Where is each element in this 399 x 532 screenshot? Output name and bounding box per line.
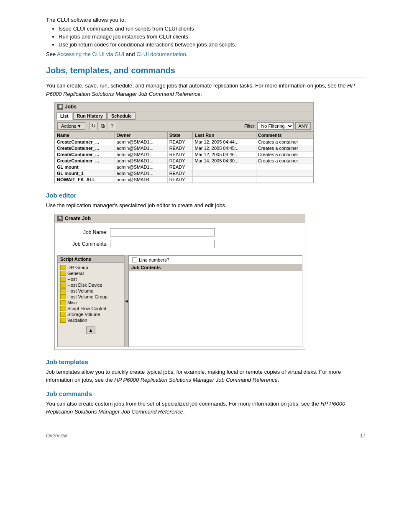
job-name-row: Job Name:	[61, 228, 298, 236]
folder-icon	[60, 271, 66, 276]
create-job-form: Job Name: Job Comments:	[55, 223, 305, 255]
tree-item-label: Storage Volume	[67, 312, 100, 317]
page-footer: Overview 17	[46, 433, 366, 439]
table-cell: Mar 12, 2005 04:46:...	[193, 152, 256, 158]
job-contents-header: Job Contents	[129, 264, 302, 271]
tree-item-label: Host Volume	[67, 288, 93, 293]
table-cell: READY	[167, 152, 193, 158]
table-row[interactable]: GL mount_1admin@SMAD1...READY	[55, 170, 313, 177]
tree-item[interactable]: Host Volume Group	[59, 294, 122, 300]
tree-item[interactable]: Misc	[59, 300, 122, 306]
job-contents-area[interactable]	[129, 271, 302, 347]
tree-item-label: DR Group	[67, 265, 88, 270]
table-cell: READY	[167, 158, 193, 164]
actions-button[interactable]: Actions ▼	[57, 122, 85, 130]
col-name: Name	[55, 132, 115, 139]
create-job-titlebar: ✎ Create Job	[55, 214, 305, 223]
create-job-icon: ✎	[57, 216, 63, 221]
table-row[interactable]: NOWAIT_FA_ALLadmin@SMAD4READY	[55, 177, 313, 183]
toolbar-icons: ↻ ⧉ ?	[90, 122, 116, 130]
job-commands-heading: Job commands	[46, 390, 366, 397]
tree-item[interactable]: Script Flow Control	[59, 306, 122, 311]
table-cell: GL mount_1	[55, 170, 115, 177]
bullet-item-1: Issue CLUI commands and run scripts from…	[59, 26, 366, 32]
clui-documentation-link[interactable]: CLUI documentation	[136, 51, 186, 57]
see-also: See Accessing the CLUI via GUI and CLUI …	[46, 51, 366, 57]
jobs-toolbar: List Run History Schedule	[55, 111, 313, 121]
filter-select[interactable]: No Filtering	[257, 122, 294, 130]
job-comments-row: Job Comments:	[61, 240, 298, 248]
table-cell: READY	[167, 145, 193, 152]
footer-left: Overview	[46, 433, 67, 439]
tree-item-label: Validation	[67, 318, 87, 323]
job-name-input[interactable]	[110, 228, 215, 236]
accessing-clui-link[interactable]: Accessing the CLUI via GUI	[57, 51, 124, 57]
copy-icon[interactable]: ⧉	[99, 122, 107, 130]
create-job-title: Create Job	[65, 216, 91, 221]
job-comments-label: Job Comments:	[61, 241, 107, 247]
tree-item[interactable]: General	[59, 270, 122, 276]
tree-item[interactable]: Storage Volume	[59, 311, 122, 317]
tree-item[interactable]: Validation	[59, 317, 122, 323]
job-name-label: Job Name:	[61, 229, 107, 235]
tree-item-label: Script Flow Control	[67, 306, 106, 311]
tree-item[interactable]: DR Group	[59, 265, 122, 270]
bullet-list: Issue CLUI commands and run scripts from…	[59, 26, 366, 48]
section-heading: Jobs, templates, and commands	[46, 66, 366, 77]
col-lastrun: Last Run	[193, 132, 256, 139]
table-cell: CreateContainer_...	[55, 158, 115, 164]
tree-item[interactable]: Host Volume	[59, 288, 122, 294]
jobs-table: Name Owner State Last Run Comments Creat…	[55, 131, 313, 183]
table-cell: READY	[167, 177, 193, 183]
jobs-panel-title: Jobs	[65, 104, 77, 110]
table-row[interactable]: CreateContainer_...admin@SMAD1...READYMa…	[55, 145, 313, 152]
table-cell	[193, 177, 256, 183]
refresh-icon[interactable]: ↻	[90, 122, 98, 130]
col-owner: Owner	[115, 132, 167, 139]
job-editor-heading: Job editor	[46, 192, 366, 199]
tab-list[interactable]: List	[56, 112, 72, 120]
table-cell	[193, 164, 256, 170]
bullet-item-3: Use job return codes for conditional int…	[59, 41, 366, 48]
table-cell: Mar 12, 2005 04:44:...	[193, 139, 256, 145]
actions-dropdown-icon: ▼	[77, 123, 82, 129]
folder-icon	[60, 277, 66, 282]
folder-icon	[60, 265, 66, 270]
table-cell: admin@SMAD1...	[115, 158, 167, 164]
up-arrow-button[interactable]: ▲	[86, 326, 95, 334]
table-cell: Mar 14, 2005 04:30:...	[193, 158, 256, 164]
jobs-panel-titlebar: ⚙ Jobs	[55, 103, 313, 111]
table-row[interactable]: CreateContainer_...admin@SMAD1...READYMa…	[55, 152, 313, 158]
table-cell	[256, 164, 313, 170]
folder-icon	[60, 312, 66, 317]
bullet-item-2: Run jobs and manage job instances from C…	[59, 33, 366, 40]
actions-bar: Actions ▼ ↻ ⧉ ? Filter: No Filtering ANY	[55, 121, 313, 131]
tree-item-label: Host Disk Device	[67, 283, 102, 288]
tab-run-history[interactable]: Run History	[73, 112, 107, 120]
job-comments-input[interactable]	[110, 240, 215, 248]
line-numbers-row: Line numbers?	[129, 256, 302, 264]
help-icon[interactable]: ?	[108, 122, 116, 130]
script-divider[interactable]: ◀	[124, 255, 128, 347]
table-row[interactable]: CreateContainer_...admin@SMAD1...READYMa…	[55, 158, 313, 164]
script-tree: DR GroupGeneralHostHost Disk DeviceHost …	[58, 263, 124, 325]
tree-item[interactable]: Host	[59, 276, 122, 282]
table-row[interactable]: CreateContainer_...admin@SMAD1...READYMa…	[55, 139, 313, 145]
table-cell: CreateContainer_...	[55, 152, 115, 158]
tree-item-label: Host	[67, 277, 77, 282]
up-arrow-bar: ▲	[58, 325, 124, 335]
script-actions-header: Script Actions	[58, 256, 124, 263]
folder-icon	[60, 300, 66, 305]
job-contents-panel: Line numbers? Job Contents	[128, 255, 302, 347]
table-row[interactable]: GL mountadmin@SMAD1...READY	[55, 164, 313, 170]
tab-schedule[interactable]: Schedule	[107, 112, 136, 120]
col-state: State	[167, 132, 193, 139]
section-body: You can create, save, run, schedule, and…	[46, 82, 366, 98]
any-button[interactable]: ANY	[295, 122, 311, 130]
table-cell: NOWAIT_FA_ALL	[55, 177, 115, 183]
table-cell: GL mount	[55, 164, 115, 170]
job-templates-heading: Job templates	[46, 358, 366, 365]
tree-item[interactable]: Host Disk Device	[59, 282, 122, 288]
line-numbers-checkbox[interactable]	[132, 257, 137, 262]
intro-text: The CLUI software allows you to:	[46, 17, 366, 23]
